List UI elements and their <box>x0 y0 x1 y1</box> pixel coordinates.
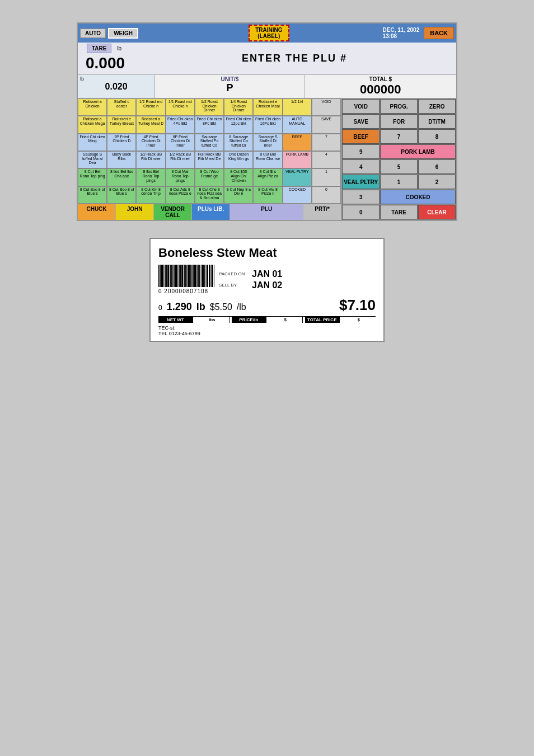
plu-cell-1-num[interactable]: 1 <box>312 168 341 186</box>
plu-cell-1[interactable]: Stuffed c oaster <box>107 98 136 116</box>
svg-rect-31 <box>207 265 208 287</box>
clear-button[interactable]: CLEAR <box>418 205 456 219</box>
4-button[interactable]: 4 <box>342 159 380 174</box>
plu-cell-38[interactable]: One Dozen King Min gs <box>224 151 253 168</box>
plu-cell-28[interactable]: Sausage S Stuffed Di nner <box>253 134 282 151</box>
plu-cell-16[interactable]: Fried Chi cken 12pc Bkt <box>224 116 253 133</box>
unit-section: lb 0.020 <box>78 75 155 98</box>
plu-cell-beef[interactable]: BEEF <box>283 134 312 151</box>
zero-button[interactable]: ZERO <box>418 99 456 114</box>
john-button[interactable]: JOHN <box>116 204 154 220</box>
plu-cell-23[interactable]: 2P Fried Chicken D <box>107 134 136 151</box>
plu-cell-6[interactable]: Rotisseri e Chicken Meal <box>253 98 282 116</box>
plu-cell-46[interactable]: 8 llos Bel Rono Top pings <box>136 168 165 186</box>
plu-cell-56[interactable]: 8 Cut Boo 8 of Blue s <box>107 186 136 204</box>
plu-cell-4[interactable]: 1/2 Roast Chicken Dinner <box>195 98 224 116</box>
plu-cell-58[interactable]: 8 Cut Ads 8 nosa Pizza e <box>166 186 195 204</box>
label-total-price: $7.10 <box>339 297 376 314</box>
svg-rect-23 <box>194 265 196 287</box>
plu-cell-7[interactable]: 1/2 1/4 <box>283 98 312 116</box>
9-button[interactable]: 9 <box>342 144 380 159</box>
plu-cell-18[interactable]: AUTO MANUAL <box>283 116 312 133</box>
plu-cell-11[interactable]: Rotisseri a Chicken Mega <box>78 116 107 133</box>
dttm-button[interactable]: DT/TM <box>418 114 456 129</box>
prt-button[interactable]: PRT/* <box>303 204 341 220</box>
svg-rect-29 <box>204 265 205 287</box>
plu-cell-8[interactable]: VOID <box>312 98 341 116</box>
back-button[interactable]: BACK <box>424 27 454 39</box>
plu-cell-22[interactable]: Fried Chi cken Ming <box>78 134 107 151</box>
plu-cell-39[interactable]: 8 Cut Bel Rono Cha rse <box>253 151 282 168</box>
plu-cell-cooked[interactable]: COOKED <box>283 186 312 204</box>
auto-button[interactable]: AUTO <box>80 29 106 38</box>
plu-cell-44[interactable]: 8 Cut Bel Rono Top ping <box>78 168 107 186</box>
0-button[interactable]: 0 <box>342 205 380 219</box>
8-button[interactable]: 8 <box>418 129 456 144</box>
vendor-call-button[interactable]: VENDOR CALL <box>154 204 192 220</box>
void-button[interactable]: VOID <box>342 99 380 114</box>
plu-cell-34[interactable]: Baby Back Ribs <box>107 151 136 168</box>
plus-lib-button[interactable]: PLUs LIB. <box>192 204 230 220</box>
plu-cell-49[interactable]: 8 Cut $50 Align Chi Chicken <box>224 168 253 186</box>
6-button[interactable]: 6 <box>418 159 456 174</box>
svg-rect-11 <box>175 265 177 287</box>
plu-cell-2[interactable]: 1/2 Roast md Chicke n <box>136 98 165 116</box>
plu-cell-25[interactable]: 8P Fried Chicken Di Inner <box>166 134 195 151</box>
chuck-button[interactable]: CHUCK <box>78 204 116 220</box>
svg-rect-18 <box>186 265 188 287</box>
plu-cell-47[interactable]: 8 Cut Mar Rono Top pings <box>166 168 195 186</box>
7-button[interactable]: 7 <box>380 129 418 144</box>
plu-cell-24[interactable]: 4P Fried Chicken Di Inner <box>136 134 165 151</box>
plu-cell-pork[interactable]: PORK LAMB <box>283 151 312 168</box>
plu-cell-4-num[interactable]: 4 <box>312 151 341 168</box>
1-button[interactable]: 1 <box>380 175 418 189</box>
plu-cell-0-num[interactable]: 0 <box>312 186 341 204</box>
plu-cell-55[interactable]: 8 Cut Boo 8 of Blue s <box>78 186 107 204</box>
2-button[interactable]: 2 <box>418 175 456 189</box>
svg-rect-19 <box>188 265 190 287</box>
beef-button[interactable]: BEEF <box>342 129 380 144</box>
plu-cell-13[interactable]: Rotisseri a Turkey Meal D <box>136 116 165 133</box>
plu-cell-35[interactable]: 1/2 Rack BB Rib Di nner <box>136 151 165 168</box>
for-button[interactable]: FOR <box>380 114 418 129</box>
plu-cell-45[interactable]: 8 llos Bel llos Cha ase <box>107 168 136 186</box>
svg-rect-2 <box>161 265 163 287</box>
plu-cell-17[interactable]: Fried Chi cken 16Pc Bkt <box>253 116 282 133</box>
plu-cell-33[interactable]: Sausage S tuffed Ma al Dea <box>78 151 107 168</box>
plu-cell-61[interactable]: 8 Cut Viu 8 Pizza n <box>253 186 282 204</box>
save-button[interactable]: SAVE <box>342 114 380 129</box>
pork-lamb-button[interactable]: PORK LAMB <box>380 144 456 159</box>
plu-cell-12[interactable]: Rotisseri e Turkey Breast <box>107 116 136 133</box>
plu-cell-36[interactable]: 1/2 Rack BB Rib Di nner <box>166 151 195 168</box>
label-company: TEC-st. TEL 0123-45-6789 <box>158 325 376 336</box>
plu-cell-26[interactable]: Sausage Stuffed Po tuffed Co <box>195 134 224 151</box>
plu-cell-veal[interactable]: VEAL PLTRY <box>283 168 312 186</box>
plu-cell-50[interactable]: 8 Cut $i s Align Piz za <box>253 168 282 186</box>
plu-button[interactable]: PLU <box>230 204 303 220</box>
unit-price-value: P <box>157 82 302 94</box>
plu-cell-59[interactable]: 8 Cut Che 8 nosa Pizz sea & Bro oltna <box>195 186 224 204</box>
plu-cell-5[interactable]: 1/4 Roast Chicken Dinner <box>224 98 253 116</box>
cooked-button[interactable]: COOKED <box>380 190 456 204</box>
plu-cell-48[interactable]: 8 Cut Woo Frome ge <box>195 168 224 186</box>
plu-cell-57[interactable]: 8 Cut Kin 8 conba Tri p <box>136 186 165 204</box>
plu-cell-15[interactable]: Fried Chi cken 8Pc Bkt <box>195 116 224 133</box>
plu-cell-37[interactable]: Full Rack BB Rib M eal De <box>195 151 224 168</box>
prog-button[interactable]: PROG. <box>380 99 418 114</box>
weigh-button[interactable]: WEIGH <box>108 28 138 39</box>
label-weight-price-row: 0 1.290 lb $5.50 /lb $7.10 <box>158 297 376 314</box>
plu-cell-save[interactable]: SAVE <box>312 116 341 133</box>
plu-cell-3[interactable]: 1/1 Roast md Chicke n <box>166 98 195 116</box>
plu-cell-27[interactable]: 8 Sausage Stuffed Co tuffed Di <box>224 134 253 151</box>
3-button[interactable]: 3 <box>342 190 380 204</box>
veal-pltry-button[interactable]: VEAL PLTRY <box>342 175 380 189</box>
plu-prompt: ENTER THE PLU # <box>135 53 454 64</box>
plu-cell-7-num[interactable]: 7 <box>312 134 341 151</box>
plu-cell-14[interactable]: Fried Chi okan 4Po Bkt <box>166 116 195 133</box>
packed-on-label: PACKED ON <box>219 271 250 276</box>
plu-cell-60[interactable]: 8 Cut Nep 8 a Div n <box>224 186 253 204</box>
tare-button[interactable]: TARE <box>380 205 418 219</box>
plu-cell-0[interactable]: Rotisseri a Chicken <box>78 98 107 116</box>
footer-dollar: $ <box>269 317 303 323</box>
5-button[interactable]: 5 <box>380 159 418 174</box>
